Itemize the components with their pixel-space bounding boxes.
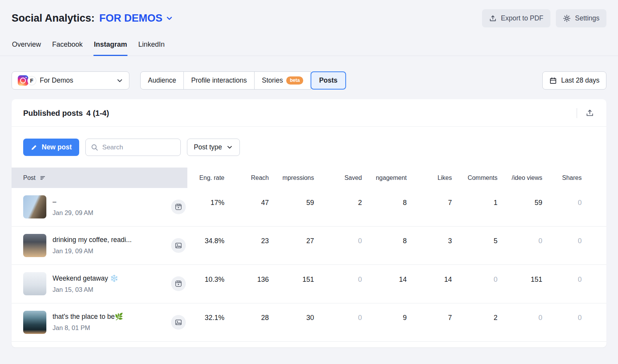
segment-label: Stories <box>262 76 283 85</box>
chevron-down-icon <box>226 144 233 151</box>
account-avatar: F <box>27 76 36 85</box>
published-posts-card: Published posts 4 (1-4) New post Post ty… <box>12 99 606 347</box>
segment-posts[interactable]: Posts <box>311 71 346 90</box>
table-cell: 0 <box>314 276 362 284</box>
column-header[interactable]: ngagement <box>362 168 407 188</box>
column-header[interactable]: Shares <box>542 168 582 188</box>
account-selector[interactable]: F For Demos <box>12 71 129 90</box>
table-row[interactable]: –Jan 29, 09 AM17%47592871590 <box>12 188 606 227</box>
card-count: 4 (1-4) <box>86 109 109 118</box>
post-date: Jan 15, 03 AM <box>53 286 118 293</box>
pencil-icon <box>31 144 37 151</box>
column-header-post[interactable]: Post <box>12 168 187 188</box>
date-range-button[interactable]: Last 28 days <box>542 71 606 90</box>
post-thumbnail[interactable] <box>23 195 46 218</box>
table-cell: 59 <box>269 199 314 207</box>
table-cell: 23 <box>224 237 269 245</box>
column-header[interactable]: Reach <box>224 168 269 188</box>
export-table-button[interactable] <box>584 107 596 119</box>
tab-facebook[interactable]: Facebook <box>52 41 83 56</box>
table-cell: 28 <box>224 314 269 322</box>
post-date: Jan 29, 09 AM <box>53 209 93 217</box>
post-info: –Jan 29, 09 AM <box>53 198 93 217</box>
image-icon <box>171 315 186 330</box>
post-cell: drinking my coffee, readi...Jan 19, 09 A… <box>12 227 187 265</box>
segment-stories[interactable]: Stories beta <box>254 71 311 90</box>
post-title[interactable]: – <box>53 198 93 206</box>
table-cell: 0 <box>542 314 582 322</box>
video-icon <box>171 276 186 291</box>
table-row[interactable]: Weekend getaway ❄️Jan 15, 03 AM10.3%1361… <box>12 265 606 303</box>
settings-button[interactable]: Settings <box>556 9 606 27</box>
post-cell: Weekend getaway ❄️Jan 15, 03 AM <box>12 265 187 303</box>
export-pdf-button[interactable]: Export to PDF <box>482 9 550 27</box>
new-post-button[interactable]: New post <box>23 139 79 156</box>
table-cell: 27 <box>269 237 314 245</box>
table-cell: 0 <box>314 237 362 245</box>
post-title[interactable]: drinking my coffee, readi... <box>53 236 132 244</box>
table-body: –Jan 29, 09 AM17%47592871590drinking my … <box>12 188 606 342</box>
export-icon <box>489 15 497 22</box>
segment-audience[interactable]: Audience <box>140 71 184 90</box>
table-cell: 5 <box>452 237 497 245</box>
table-row[interactable]: drinking my coffee, readi...Jan 19, 09 A… <box>12 227 606 265</box>
search-box <box>85 139 181 156</box>
network-tabs: Overview Facebook Instagram LinkedIn <box>0 41 618 56</box>
table-cell: 3 <box>407 237 452 245</box>
post-cell: –Jan 29, 09 AM <box>12 188 187 226</box>
post-type-dropdown[interactable]: Post type <box>187 139 240 156</box>
table-cell: 30 <box>269 314 314 322</box>
post-title[interactable]: that's the place to be🌿 <box>53 313 123 321</box>
segment-profile-interactions[interactable]: Profile interactions <box>183 71 255 90</box>
chevron-down-icon <box>166 15 173 22</box>
table-cell: 151 <box>497 276 542 284</box>
image-icon <box>171 238 186 253</box>
divider <box>577 108 577 118</box>
card-header: Published posts 4 (1-4) <box>12 99 606 127</box>
post-cell: that's the place to be🌿Jan 8, 01 PM <box>12 303 187 342</box>
project-selector[interactable]: FOR DEMOS <box>99 12 173 24</box>
post-thumbnail[interactable] <box>23 272 46 295</box>
tab-instagram[interactable]: Instagram <box>93 41 127 56</box>
post-thumbnail[interactable] <box>23 234 46 257</box>
instagram-icon <box>18 75 28 86</box>
post-date: Jan 8, 01 PM <box>53 324 123 332</box>
column-header[interactable]: Likes <box>407 168 452 188</box>
table-row[interactable]: that's the place to be🌿Jan 8, 01 PM32.1%… <box>12 303 606 342</box>
post-title[interactable]: Weekend getaway ❄️ <box>53 274 118 283</box>
table-cell: 136 <box>224 276 269 284</box>
gear-icon <box>563 14 571 22</box>
page-title-text: Social Analytics: <box>12 12 95 24</box>
video-icon <box>171 200 186 214</box>
export-pdf-label: Export to PDF <box>501 14 543 22</box>
topbar-actions: Export to PDF Settings <box>482 9 606 27</box>
tab-linkedin[interactable]: LinkedIn <box>138 41 165 56</box>
tab-overview[interactable]: Overview <box>12 41 41 56</box>
column-header[interactable]: mpressions <box>269 168 314 188</box>
table-cell: 59 <box>497 199 542 207</box>
table-header-row: PostEng. rateReachmpressionsSavedngageme… <box>12 168 606 188</box>
table-cell: 9 <box>362 314 407 322</box>
table-cell: 47 <box>224 199 269 207</box>
column-header[interactable]: /ideo views <box>497 168 542 188</box>
table-cell: 0 <box>314 314 362 322</box>
post-thumbnail[interactable] <box>23 311 46 334</box>
post-info: drinking my coffee, readi...Jan 19, 09 A… <box>53 236 132 255</box>
column-header[interactable]: Eng. rate <box>187 168 224 188</box>
table-cell: 32.1% <box>187 314 224 322</box>
table-cell: 8 <box>362 237 407 245</box>
report-segments: Audience Profile interactions Stories be… <box>140 71 346 90</box>
table-toolbar: New post Post type <box>12 127 606 168</box>
table-cell: 2 <box>314 199 362 207</box>
column-header[interactable]: Saved <box>314 168 362 188</box>
page-title: Social Analytics: FOR DEMOS <box>12 12 173 24</box>
new-post-label: New post <box>42 143 72 151</box>
table-cell: 1 <box>452 199 497 207</box>
search-input[interactable] <box>102 143 175 152</box>
column-header[interactable]: Comments <box>452 168 497 188</box>
table-cell: 151 <box>269 276 314 284</box>
sort-icon <box>40 175 46 181</box>
column-header-label: Post <box>23 174 36 181</box>
table-cell: 8 <box>362 199 407 207</box>
post-type-label: Post type <box>194 143 222 151</box>
